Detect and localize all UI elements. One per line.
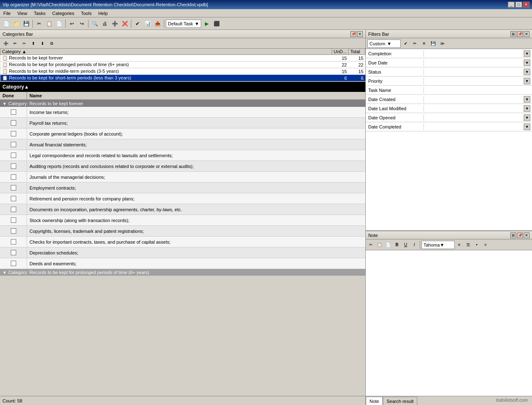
- menu-tasks[interactable]: Tasks: [32, 10, 47, 16]
- cat-delete-btn[interactable]: ✂: [20, 40, 28, 47]
- task-checkbox[interactable]: [11, 163, 16, 169]
- menu-file[interactable]: File: [2, 10, 12, 16]
- toolbar-new[interactable]: 📄: [2, 19, 11, 28]
- task-row[interactable]: Auditing reports (records and conclusion…: [0, 161, 365, 172]
- task-row[interactable]: Deeds and easements;: [0, 258, 365, 269]
- toolbar-go[interactable]: ▶: [202, 19, 211, 28]
- task-checkbox-cell[interactable]: [0, 139, 27, 150]
- filter-edit-btn[interactable]: ✏: [411, 40, 419, 47]
- cat-bar-pin[interactable]: 📌: [350, 31, 356, 37]
- minimize-button[interactable]: _: [508, 2, 515, 7]
- cat-add-btn[interactable]: ➕: [2, 40, 10, 47]
- toolbar-copy[interactable]: 📋: [44, 19, 54, 28]
- menu-categories[interactable]: Categories: [51, 10, 76, 16]
- task-row[interactable]: Legal correspondence and records related…: [0, 150, 365, 161]
- filter-dropdown-btn-3[interactable]: ▼: [524, 78, 530, 84]
- menu-tools[interactable]: Tools: [79, 10, 94, 16]
- filters-restore-btn[interactable]: ⊞: [510, 31, 516, 37]
- note-cut-btn[interactable]: ✂: [367, 241, 375, 249]
- task-checkbox[interactable]: [11, 250, 16, 255]
- cat-bar-close[interactable]: ✕: [357, 31, 363, 37]
- note-expand-btn[interactable]: »: [481, 241, 490, 249]
- toolbar-check[interactable]: ✔: [133, 19, 142, 28]
- menu-help[interactable]: Help: [96, 10, 109, 16]
- cat-edit-btn[interactable]: ✏: [11, 40, 19, 47]
- note-restore-btn[interactable]: ⊞: [510, 232, 516, 238]
- task-checkbox-cell[interactable]: [0, 193, 27, 204]
- task-checkbox-cell[interactable]: [0, 128, 27, 139]
- note-pin-btn[interactable]: 📌: [517, 232, 523, 238]
- task-checkbox-cell[interactable]: [0, 107, 27, 117]
- task-checkbox[interactable]: [11, 120, 16, 126]
- task-checkbox[interactable]: [11, 196, 16, 201]
- toolbar-save[interactable]: 💾: [22, 19, 31, 28]
- task-checkbox-cell[interactable]: [0, 247, 27, 258]
- task-row[interactable]: Retirement and pension records for compa…: [0, 193, 365, 204]
- note-paste-btn[interactable]: 📄: [384, 241, 392, 249]
- toolbar-paste[interactable]: 📄: [54, 19, 64, 28]
- task-checkbox-cell[interactable]: [0, 183, 27, 193]
- task-checkbox[interactable]: [11, 153, 16, 158]
- task-row[interactable]: Documents on incorporation, partnership …: [0, 204, 365, 215]
- task-checkbox[interactable]: [11, 185, 16, 190]
- menu-view[interactable]: View: [16, 10, 29, 16]
- task-row[interactable]: Annual financial statements;: [0, 139, 365, 150]
- note-bold-btn[interactable]: B: [393, 241, 401, 249]
- filter-clear-btn[interactable]: ✕: [420, 40, 428, 47]
- toolbar-undo[interactable]: ↩: [67, 19, 76, 28]
- filter-dropdown-btn-7[interactable]: ▼: [524, 114, 530, 121]
- task-row[interactable]: Payroll tax returns;: [0, 118, 365, 128]
- task-row[interactable]: Depreciation schedules;: [0, 247, 365, 258]
- task-row[interactable]: Income tax returns;: [0, 107, 365, 118]
- cat-up-btn[interactable]: ⬆: [29, 40, 37, 47]
- note-underline-btn[interactable]: U: [401, 241, 410, 249]
- task-checkbox-cell[interactable]: [0, 172, 27, 182]
- filter-dropdown-btn-8[interactable]: ▼: [524, 123, 530, 130]
- task-row[interactable]: Corporate general ledgers (books of acco…: [0, 128, 365, 139]
- task-checkbox-cell[interactable]: [0, 258, 27, 269]
- bottom-tab-note[interactable]: Note: [366, 397, 383, 405]
- filter-more-btn[interactable]: ≫: [438, 40, 446, 47]
- task-checkbox-cell[interactable]: [0, 226, 27, 236]
- task-checkbox[interactable]: [11, 131, 16, 136]
- toolbar-export[interactable]: 📤: [153, 19, 162, 28]
- toolbar-stop[interactable]: ⬛: [212, 19, 221, 28]
- toolbar-search[interactable]: 🔍: [90, 19, 99, 28]
- filter-dropdown-btn-1[interactable]: ▼: [524, 59, 530, 66]
- task-checkbox[interactable]: [11, 217, 16, 223]
- task-checkbox-cell[interactable]: [0, 237, 27, 247]
- note-copy-btn[interactable]: 📋: [375, 241, 384, 249]
- task-row[interactable]: Copyrights, licenses, trademark and pate…: [0, 226, 365, 237]
- task-list[interactable]: ▼Category: Records to be kept forever In…: [0, 100, 365, 396]
- task-checkbox[interactable]: [11, 174, 16, 180]
- toolbar-cut[interactable]: ✂: [34, 19, 44, 28]
- maximize-button[interactable]: □: [515, 2, 522, 7]
- note-italic-btn[interactable]: I: [410, 241, 419, 249]
- task-row[interactable]: Checks for important contracts, taxes, a…: [0, 237, 365, 247]
- note-align-center[interactable]: ☰: [464, 241, 472, 249]
- task-row[interactable]: Stock ownership (along with transaction …: [0, 215, 365, 226]
- task-checkbox[interactable]: [11, 261, 16, 266]
- category-row[interactable]: 📋 Records to be kept for short-term peri…: [0, 75, 365, 81]
- task-checkbox-cell[interactable]: [0, 204, 27, 215]
- toolbar-redo[interactable]: ↪: [77, 19, 86, 28]
- close-button[interactable]: ✕: [523, 2, 530, 7]
- category-row[interactable]: 📋 Records to be kept forever 15 15: [0, 55, 365, 62]
- task-checkbox[interactable]: [11, 228, 16, 234]
- category-row[interactable]: 📋 Records to be kept for middle-term per…: [0, 68, 365, 75]
- task-checkbox-cell[interactable]: [0, 161, 27, 171]
- task-checkbox-cell[interactable]: [0, 118, 27, 128]
- note-list-btn[interactable]: •: [473, 241, 481, 249]
- note-align-left[interactable]: ≡: [455, 241, 463, 249]
- task-row[interactable]: Employment contracts;: [0, 183, 365, 193]
- cat-prop-btn[interactable]: ⚙: [47, 40, 56, 47]
- task-checkbox-cell[interactable]: [0, 215, 27, 225]
- note-font-dropdown[interactable]: Tahoma ▼: [421, 241, 455, 249]
- toolbar-open[interactable]: 📁: [12, 19, 21, 28]
- note-content-area[interactable]: [366, 250, 532, 396]
- cat-down-btn[interactable]: ⬇: [38, 40, 47, 47]
- task-checkbox[interactable]: [11, 239, 16, 244]
- toolbar-print[interactable]: 🖨: [100, 19, 109, 28]
- filter-save-btn[interactable]: 💾: [429, 40, 437, 47]
- filter-dropdown-btn-6[interactable]: ▼: [524, 105, 530, 112]
